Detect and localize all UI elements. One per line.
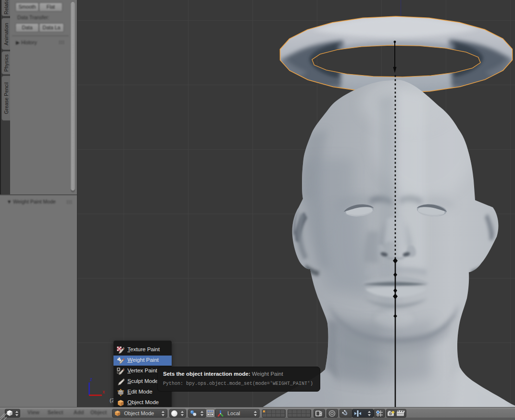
svg-text:x: x (102, 389, 105, 395)
svg-text:z: z (90, 377, 92, 382)
